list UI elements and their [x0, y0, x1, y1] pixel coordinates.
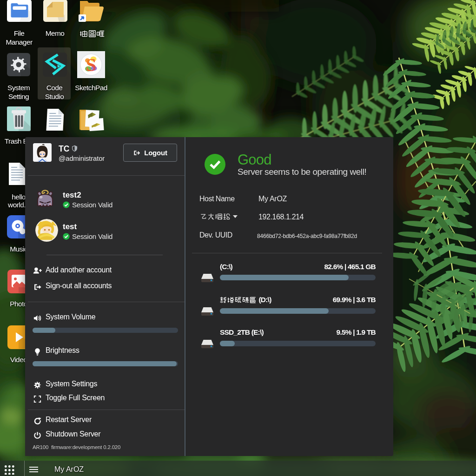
svg-text:S: S	[86, 54, 97, 75]
